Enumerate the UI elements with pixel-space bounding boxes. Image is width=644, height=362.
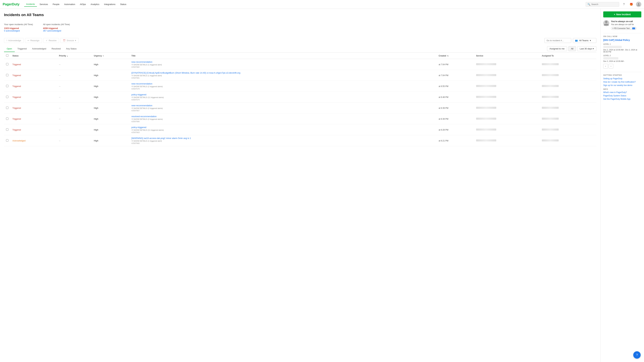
date-range-filter[interactable]: Last 30 days ▾: [577, 46, 596, 51]
row-status: Acknowledged: [10, 135, 57, 146]
row-checkbox[interactable]: [6, 74, 8, 76]
acknowledge-button[interactable]: ! Acknowledge: [4, 38, 24, 43]
tab-acknowledged[interactable]: Acknowledged: [29, 46, 49, 52]
always-on-call-section: You're always on-call You are always on-…: [603, 20, 641, 30]
your-triggered-count[interactable]: 1323 triggered: [4, 27, 33, 29]
incident-title-link[interactable]: resolved-recommendation: [132, 115, 157, 118]
nav-integrations[interactable]: Integrations: [102, 2, 118, 6]
row-title-cell: policy-triggered ⊙ SHOW DETAILS (11 trig…: [130, 124, 437, 135]
show-details[interactable]: ⊙ SHOW DETAILS (1 triggered alert): [132, 74, 435, 77]
level1-label: LEVEL 1: [603, 43, 641, 45]
link-setup-pagerduty[interactable]: Setting up PagerDuty: [603, 77, 641, 80]
your-acknowledged-count[interactable]: 0 acknowledged: [4, 29, 33, 32]
row-created: at 7:04 PM: [437, 59, 474, 70]
urgency-column-header[interactable]: Urgency ▾: [92, 53, 129, 59]
nav-analytics[interactable]: Analytics: [88, 2, 101, 6]
incident-title-link[interactable]: new-recommendation: [132, 104, 152, 107]
details-icon: ⊙: [132, 129, 133, 131]
tab-resolved[interactable]: Resolved: [49, 46, 64, 52]
incident-title-link[interactable]: [WARNING] sw10-access-lab.png2 minor ala…: [132, 137, 191, 139]
row-urgency: High: [92, 92, 129, 103]
incident-title-link[interactable]: new-recommendation: [132, 82, 152, 85]
resolve-button[interactable]: ✓ Resolve: [43, 38, 59, 43]
row-checkbox[interactable]: [6, 96, 8, 98]
row-title-cell: policy-triggered ⊙ SHOW DETAILS (11 trig…: [130, 92, 437, 103]
oncall-badge[interactable]: PD Connector Test ... L1: [611, 27, 636, 30]
show-details[interactable]: ⊙ SHOW DETAILS (1 triggered alert): [132, 140, 435, 142]
nav-aiops[interactable]: AIOps: [78, 2, 88, 6]
snooze-icon: ⏰: [63, 39, 66, 42]
incident-title-link[interactable]: new-recommendation: [132, 61, 152, 63]
row-service: [474, 81, 540, 92]
tab-open[interactable]: Open: [4, 46, 15, 52]
nav-automation[interactable]: Automation: [62, 2, 77, 6]
details-icon: ⊙: [132, 74, 133, 77]
reassign-icon: ↩: [28, 39, 29, 42]
incident-title-link[interactable]: policy-triggered: [132, 126, 146, 129]
user-avatar[interactable]: [636, 2, 641, 7]
row-checkbox[interactable]: [6, 63, 8, 65]
all-filter[interactable]: All: [568, 46, 576, 51]
row-created: at 6:21 PM: [437, 135, 474, 146]
priority-column-header[interactable]: Priority ▴: [57, 53, 92, 59]
team-selector[interactable]: 👥 All Teams ▾: [573, 38, 596, 43]
policy-nav-arrows: ‹ ›: [603, 64, 641, 68]
select-all-checkbox[interactable]: [6, 54, 8, 57]
search-input[interactable]: [591, 3, 617, 5]
reassign-button[interactable]: ↩ Reassign: [25, 38, 42, 43]
prev-policy-arrow[interactable]: ‹: [603, 64, 608, 68]
next-policy-arrow[interactable]: ›: [608, 64, 613, 68]
show-details[interactable]: ⊙ SHOW DETAILS (2 triggered alerts): [132, 85, 435, 87]
show-details[interactable]: ⊙ SHOW DETAILS (2 triggered alerts): [132, 118, 435, 120]
stats-row: Your open incidents (All Time) 1323 trig…: [4, 20, 596, 35]
details-icon: ⊙: [132, 118, 133, 120]
status-column-header[interactable]: Status: [10, 53, 57, 59]
chat-button[interactable]: ?: [633, 351, 641, 359]
all-triggered-count[interactable]: 4206 triggered: [43, 27, 70, 29]
link-weekly-demo[interactable]: Sign up for our weekly live demo: [603, 84, 641, 86]
gift-button[interactable]: 🎁: [628, 2, 634, 7]
row-checkbox[interactable]: [6, 117, 8, 120]
nav-status[interactable]: Status: [118, 2, 128, 6]
getting-started-label: GETTING STARTED: [603, 74, 641, 76]
on-call-policy[interactable]: [DIS CAP] Global Policy: [603, 39, 641, 41]
app-logo[interactable]: PagerDuty: [3, 2, 20, 6]
snooze-button[interactable]: ⏰ Snooze ▾: [60, 38, 79, 43]
link-first-notification[interactable]: How do I create my first notification?: [603, 81, 641, 83]
nav-incidents[interactable]: Incidents: [24, 2, 37, 7]
table-row: Triggered -- High new-recommendation ⊙ S…: [4, 81, 596, 92]
show-details[interactable]: ⊙ SHOW DETAILS (2 triggered alerts): [132, 107, 435, 109]
row-created: at 6:39 PM: [437, 103, 474, 113]
row-assigned-to: [540, 124, 596, 135]
goto-incident-input[interactable]: [544, 38, 571, 43]
nav-services[interactable]: Services: [38, 2, 50, 6]
oncall-dot: [612, 28, 614, 29]
row-checkbox[interactable]: [6, 85, 8, 87]
created-column-header[interactable]: Created ⇅: [437, 53, 474, 59]
row-checkbox[interactable]: [6, 128, 8, 131]
oncall-badge-label: PD Connector Test ...: [614, 27, 632, 29]
nav-people[interactable]: People: [51, 2, 62, 6]
always-on-call-sub: You are always on-call for: [611, 23, 636, 26]
link-system-status[interactable]: PagerDuty System Status: [603, 94, 641, 97]
row-status: Triggered: [10, 70, 57, 81]
your-incidents-label: Your open incidents (All Time): [4, 23, 33, 26]
incident-title-link[interactable]: policy-triggered: [132, 93, 146, 96]
row-checkbox[interactable]: [6, 139, 8, 142]
getting-started-section: GETTING STARTED Setting up PagerDuty How…: [603, 74, 641, 100]
show-details[interactable]: ⊙ SHOW DETAILS (11 triggered alerts): [132, 96, 435, 98]
help-button[interactable]: ?: [621, 2, 626, 7]
all-acknowledged-count[interactable]: 367 acknowledged: [43, 29, 70, 32]
assigned-to-me-filter[interactable]: Assigned to me: [547, 46, 567, 51]
row-created: at 6:55 PM: [437, 81, 474, 92]
tab-any-status[interactable]: Any Status: [64, 46, 79, 52]
tab-triggered[interactable]: Triggered: [15, 46, 29, 52]
row-checkbox[interactable]: [6, 107, 8, 109]
show-details[interactable]: ⊙ SHOW DETAILS (11 triggered alerts): [132, 129, 435, 131]
link-whats-new[interactable]: What's new in PagerDuty?: [603, 91, 641, 93]
link-mobile-app[interactable]: Get the PagerDuty Mobile App: [603, 98, 641, 100]
show-details[interactable]: ⊙ SHOW DETAILS (1 triggered alert): [132, 63, 435, 66]
new-incident-button[interactable]: + New Incident: [603, 11, 641, 17]
incident-title-link[interactable]: [DYNATRACE] [Critical] ApiErrorBudgetBur…: [132, 71, 240, 74]
search-box[interactable]: 🔍: [586, 2, 619, 7]
